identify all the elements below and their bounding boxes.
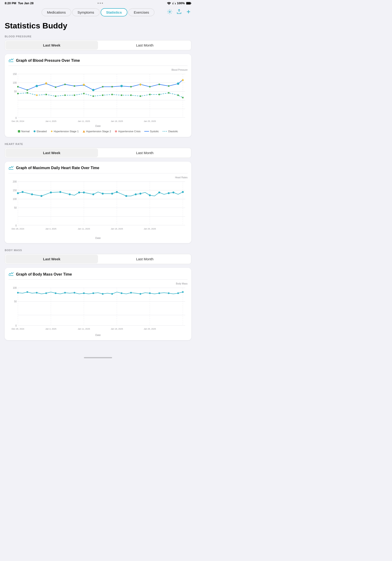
bm-x-label: Date xyxy=(9,334,187,336)
legend-diastolic: Diastolic xyxy=(163,130,178,133)
page-content: Statistics Buddy BLOOD PRESSURE Last Wee… xyxy=(0,21,196,355)
svg-point-101 xyxy=(125,195,127,197)
svg-rect-31 xyxy=(130,86,132,87)
bm-y-label: Body Mass xyxy=(9,282,187,285)
svg-text:Jan 25, 2025: Jan 25, 2025 xyxy=(144,328,156,330)
legend-hyp1: Hypertension Stage 1 xyxy=(51,130,79,133)
svg-point-129 xyxy=(36,292,38,294)
wifi-icon xyxy=(167,2,171,5)
hr-toggle-lastmonth[interactable]: Last Month xyxy=(98,148,191,158)
svg-text:Jan 18, 2025: Jan 18, 2025 xyxy=(111,328,123,330)
legend-crisis: ✻ Hypertensive Crisis xyxy=(115,130,141,133)
svg-point-92 xyxy=(50,192,52,193)
body-mass-section: BODY MASS Last Week Last Month Graph of … xyxy=(5,249,191,340)
svg-marker-70 xyxy=(83,130,85,132)
gear-button[interactable] xyxy=(167,9,173,16)
svg-rect-22 xyxy=(17,86,19,87)
svg-text:Jan 4, 2025: Jan 4, 2025 xyxy=(45,120,56,122)
tab-medications[interactable]: Medications xyxy=(42,9,71,16)
body-mass-label: BODY MASS xyxy=(5,249,191,252)
heart-rate-chart-card: Graph of Maximum Daily Heart Rate Over T… xyxy=(5,162,191,243)
svg-text:50: 50 xyxy=(14,206,17,209)
svg-rect-44 xyxy=(17,93,19,94)
svg-rect-55 xyxy=(121,95,122,96)
blood-pressure-label: BLOOD PRESSURE xyxy=(5,35,191,38)
legend-elevated: Elevated xyxy=(33,130,47,133)
svg-point-103 xyxy=(139,193,141,194)
svg-text:100: 100 xyxy=(13,82,17,84)
svg-point-105 xyxy=(158,192,160,193)
chart-title-row-hr: Graph of Maximum Daily Heart Rate Over T… xyxy=(9,165,187,173)
svg-text:0: 0 xyxy=(15,224,17,227)
svg-rect-49 xyxy=(64,95,66,96)
svg-point-99 xyxy=(111,193,113,194)
svg-point-93 xyxy=(59,191,61,193)
svg-text:50: 50 xyxy=(14,300,17,303)
hr-toggle-lastweek[interactable]: Last Week xyxy=(5,149,98,157)
svg-rect-61 xyxy=(177,95,179,96)
status-bar: 8:20 PM Tue Jan 28 100% xyxy=(0,0,196,6)
svg-marker-42 xyxy=(139,83,142,86)
svg-point-135 xyxy=(92,292,94,294)
svg-marker-69 xyxy=(51,130,53,132)
svg-point-98 xyxy=(102,193,104,194)
blood-pressure-chart-area: Blood Pressure xyxy=(9,69,187,127)
bm-toggle-lastmonth[interactable]: Last Month xyxy=(98,254,191,264)
svg-rect-47 xyxy=(45,94,47,95)
svg-text:Jan 11, 2025: Jan 11, 2025 xyxy=(78,120,90,122)
heart-rate-label: HEART RATE xyxy=(5,143,191,145)
svg-text:Jan 11, 2025: Jan 11, 2025 xyxy=(78,328,90,330)
heart-rate-chart-area: Heart Rates 20 xyxy=(9,176,187,240)
share-button[interactable] xyxy=(176,9,182,16)
bm-toggle-lastweek[interactable]: Last Week xyxy=(5,255,98,263)
svg-rect-54 xyxy=(111,94,113,95)
blood-pressure-section: BLOOD PRESSURE Last Week Last Month Grap… xyxy=(5,35,191,137)
top-nav: Medications Symptoms Statistics Exercise… xyxy=(0,6,196,18)
svg-rect-59 xyxy=(159,94,160,95)
svg-point-38 xyxy=(120,85,123,87)
battery-percent: 100% xyxy=(177,1,185,5)
svg-rect-45 xyxy=(27,92,28,94)
svg-text:Jan 25, 2025: Jan 25, 2025 xyxy=(144,120,156,122)
svg-rect-2 xyxy=(186,2,190,4)
svg-text:150: 150 xyxy=(13,189,17,192)
svg-point-68 xyxy=(34,130,35,132)
tab-exercises[interactable]: Exercises xyxy=(128,9,154,16)
legend-hyp2: Hypertension Stage 2 xyxy=(83,130,111,133)
svg-rect-27 xyxy=(74,85,75,87)
svg-rect-46 xyxy=(36,95,37,96)
add-button[interactable] xyxy=(186,9,191,16)
chart-icon-bm xyxy=(9,271,14,277)
svg-point-95 xyxy=(78,192,80,193)
svg-point-142 xyxy=(158,292,160,294)
svg-rect-30 xyxy=(111,86,113,87)
svg-point-141 xyxy=(149,292,151,294)
tab-symptoms[interactable]: Symptoms xyxy=(72,9,100,16)
svg-point-130 xyxy=(45,292,47,294)
chart-icon-hr xyxy=(9,165,14,171)
svg-text:Dec 28, 2024: Dec 28, 2024 xyxy=(11,120,24,122)
body-mass-chart-card: Graph of Body Mass Over Time Body Mass xyxy=(5,268,191,340)
svg-point-107 xyxy=(173,192,174,193)
bp-toggle-lastweek[interactable]: Last Week xyxy=(5,41,98,50)
legend-normal: Normal xyxy=(18,130,29,133)
svg-text:100: 100 xyxy=(13,287,17,289)
svg-point-132 xyxy=(64,292,66,294)
tab-statistics[interactable]: Statistics xyxy=(101,8,128,16)
svg-point-136 xyxy=(102,293,104,295)
svg-text:100: 100 xyxy=(13,198,17,200)
svg-rect-1 xyxy=(191,3,191,4)
svg-point-108 xyxy=(182,191,184,193)
svg-point-137 xyxy=(111,293,113,295)
svg-point-134 xyxy=(83,292,85,294)
bp-chart-svg: 150 100 50 0 xyxy=(9,72,187,124)
battery-icon xyxy=(186,2,191,5)
svg-rect-29 xyxy=(102,86,103,87)
svg-text:Jan 11, 2025: Jan 11, 2025 xyxy=(78,227,90,230)
page-title: Statistics Buddy xyxy=(5,21,191,30)
bp-toggle-lastmonth[interactable]: Last Month xyxy=(98,40,191,50)
svg-rect-48 xyxy=(55,95,56,97)
svg-text:200: 200 xyxy=(13,180,17,183)
svg-rect-34 xyxy=(159,84,160,85)
svg-text:0: 0 xyxy=(15,325,17,327)
